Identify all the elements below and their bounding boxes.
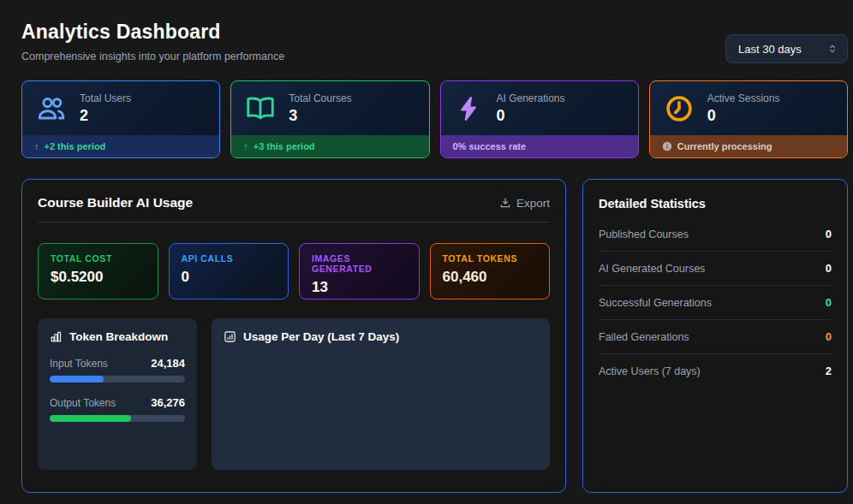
usage-per-day-card: Usage Per Day (Last 7 Days): [212, 318, 550, 470]
header-titles: Analytics Dashboard Comprehensive insigh…: [21, 21, 284, 62]
export-label: Export: [516, 197, 550, 210]
metric-label: TOTAL COST: [51, 253, 146, 264]
stat-card-ai-generations: AI Generations 0 0% success rate: [440, 80, 639, 158]
stat-label: Total Users: [80, 92, 131, 104]
token-label: Output Tokens: [50, 397, 116, 409]
stat-footer: 0% success rate: [441, 135, 638, 157]
token-value: 36,276: [151, 396, 185, 409]
usage-chart-empty-area: [224, 343, 538, 454]
stat-value: 3: [289, 107, 351, 125]
stat-footer-text: +3 this period: [254, 141, 315, 151]
metric-value: 0: [182, 269, 277, 286]
stat-row-active-users: Active Users (7 days) 2: [599, 354, 832, 388]
stat-footer-text: +2 this period: [45, 141, 106, 151]
stat-footer: ↑ +3 this period: [231, 135, 428, 157]
page-title: Analytics Dashboard: [21, 21, 284, 44]
token-value: 24,184: [151, 357, 185, 370]
token-label: Input Tokens: [50, 358, 108, 370]
stat-row-label: Active Users (7 days): [599, 365, 701, 377]
page-subtitle: Comprehensive insights into your platfor…: [21, 50, 284, 62]
metric-value: 13: [312, 279, 407, 296]
stat-row-value: 0: [826, 262, 832, 275]
bolt-icon: [455, 94, 484, 123]
stat-row-value: 2: [826, 365, 832, 377]
metric-label: TOTAL TOKENS: [443, 253, 538, 264]
stat-footer-text: Currently processing: [677, 141, 772, 151]
stat-card-active-sessions: Active Sessions 0 Currently processing: [649, 80, 848, 158]
stat-row-label: AI Generated Courses: [599, 263, 705, 275]
token-row-input: Input Tokens 24,184: [50, 357, 185, 370]
users-icon: [36, 93, 67, 124]
stat-card-total-users: Total Users 2 ↑ +2 this period: [21, 80, 220, 158]
token-breakdown-card: Token Breakdown Input Tokens 24,184 Outp…: [38, 318, 197, 470]
usage-chart-title: Usage Per Day (Last 7 Days): [243, 330, 399, 343]
book-icon: [245, 93, 276, 124]
period-select[interactable]: Last 30 days: [725, 34, 848, 63]
download-icon: [499, 197, 511, 209]
stat-label: AI Generations: [497, 92, 565, 104]
stat-row-label: Successful Generations: [599, 297, 712, 309]
metric-value: $0.5200: [51, 269, 146, 286]
stat-value: 0: [707, 107, 780, 125]
stat-row-label: Published Courses: [599, 228, 689, 240]
metric-label: API CALLS: [182, 253, 277, 264]
stat-label: Total Courses: [289, 92, 351, 104]
stat-row-value: 0: [826, 296, 832, 309]
chart-frame-icon: [224, 330, 236, 343]
stat-cards-row: Total Users 2 ↑ +2 this period Total Cou…: [21, 80, 848, 158]
bar-chart-icon: [50, 330, 63, 343]
stat-row-successful-generations: Successful Generations 0: [599, 286, 832, 320]
panel-divider: [38, 222, 550, 222]
metric-api-calls: API CALLS 0: [169, 243, 289, 299]
chevron-updown-icon: [826, 43, 838, 55]
metric-images-generated: IMAGES GENERATED 13: [299, 243, 420, 299]
page-header: Analytics Dashboard Comprehensive insigh…: [21, 21, 848, 63]
stat-value: 0: [497, 107, 565, 125]
usage-metrics-row: TOTAL COST $0.5200 API CALLS 0 IMAGES GE…: [38, 243, 550, 299]
stat-card-total-courses: Total Courses 3 ↑ +3 this period: [230, 80, 429, 158]
info-icon: [662, 141, 672, 151]
input-tokens-progressbar: [50, 376, 185, 382]
trend-up-icon: ↑: [34, 141, 39, 151]
main-content: Course Builder AI Usage Export TOTAL COS…: [21, 179, 848, 493]
metric-value: 60,460: [443, 269, 538, 286]
usage-panel-title: Course Builder AI Usage: [38, 195, 193, 210]
stat-value: 2: [80, 107, 131, 125]
period-select-value: Last 30 days: [738, 43, 802, 56]
export-button[interactable]: Export: [499, 197, 550, 210]
stat-row-value: 0: [826, 330, 832, 343]
output-tokens-progressbar: [50, 415, 185, 422]
stat-label: Active Sessions: [707, 92, 780, 104]
trend-up-icon: ↑: [243, 141, 248, 151]
stat-row-ai-generated-courses: AI Generated Courses 0: [599, 252, 832, 286]
metric-total-cost: TOTAL COST $0.5200: [38, 243, 158, 299]
metric-label: IMAGES GENERATED: [312, 253, 407, 274]
stat-footer-text: 0% success rate: [453, 141, 527, 151]
stat-footer: ↑ +2 this period: [22, 135, 219, 157]
stat-row-label: Failed Generations: [599, 331, 689, 343]
stat-row-value: 0: [826, 228, 832, 240]
stat-row-published-courses: Published Courses 0: [599, 217, 832, 252]
analytics-dashboard-page: Analytics Dashboard Comprehensive insigh…: [0, 0, 853, 504]
stat-footer: Currently processing: [650, 135, 847, 157]
stat-row-failed-generations: Failed Generations 0: [599, 320, 832, 354]
token-row-output: Output Tokens 36,276: [50, 396, 185, 409]
clock-icon: [664, 93, 695, 124]
metric-total-tokens: TOTAL TOKENS 60,460: [430, 243, 551, 299]
detailed-stats-title: Detailed Statistics: [599, 197, 832, 210]
token-breakdown-title: Token Breakdown: [69, 330, 168, 343]
course-builder-usage-panel: Course Builder AI Usage Export TOTAL COS…: [21, 179, 566, 493]
detailed-statistics-panel: Detailed Statistics Published Courses 0 …: [582, 179, 848, 493]
